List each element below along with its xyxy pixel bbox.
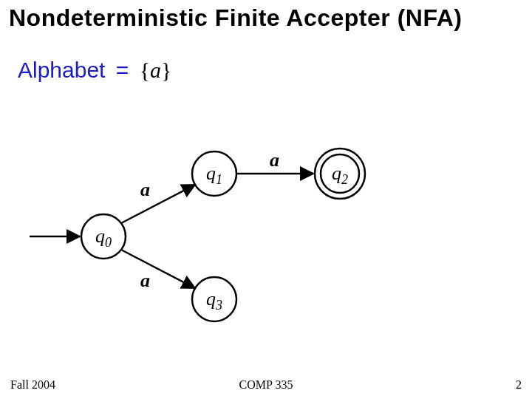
footer-left: Fall 2004 — [10, 378, 55, 392]
alphabet-line: Alphabet = {a} — [18, 58, 171, 83]
footer-right: 2 — [516, 378, 522, 392]
edge-q0-q1 — [121, 185, 195, 223]
alphabet-set: {a} — [140, 58, 172, 82]
brace-close: } — [161, 58, 171, 82]
edge-q0-q3-label: a — [140, 270, 150, 291]
nfa-diagram: q0 q1 q2 q3 a a — [22, 133, 406, 325]
edge-q0-q3 — [121, 250, 195, 288]
slide: Nondeterministic Finite Accepter (NFA) A… — [0, 0, 532, 399]
slide-title: Nondeterministic Finite Accepter (NFA) — [9, 4, 523, 32]
alphabet-label: Alphabet — [18, 58, 105, 82]
nfa-svg: q0 q1 q2 q3 a a — [22, 133, 406, 325]
footer-center: COMP 335 — [239, 378, 293, 392]
alphabet-equals: = — [116, 58, 129, 82]
edge-q0-q1-label: a — [140, 179, 150, 200]
brace-open: { — [140, 58, 150, 82]
edge-q1-q2-label: a — [270, 149, 279, 171]
alphabet-symbol: a — [150, 58, 161, 82]
